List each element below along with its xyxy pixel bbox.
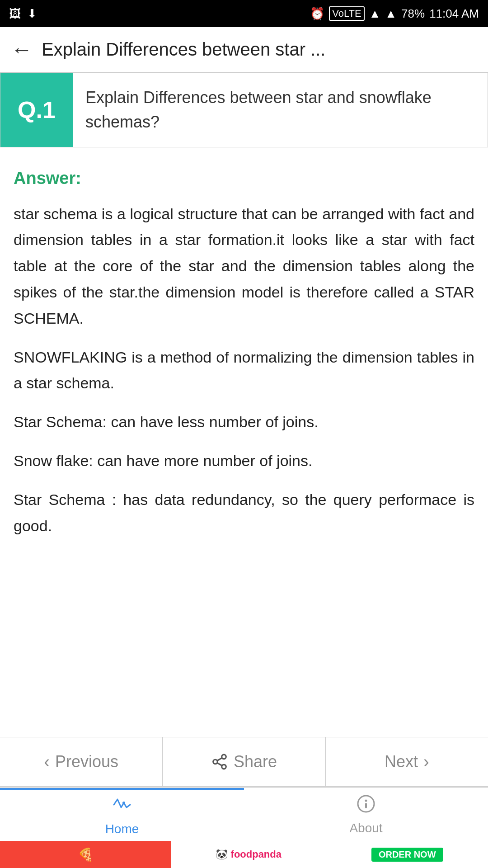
answer-para-2: SNOWFLAKING is a method of normalizing t… (14, 344, 474, 397)
next-arrow-icon: › (423, 752, 429, 772)
ad-brand: 🐼 foodpanda (216, 849, 282, 860)
prev-arrow-icon: ‹ (44, 752, 50, 772)
ad-close-icon: 🍕 (78, 847, 94, 862)
ad-content: 🍕 🐼 foodpanda ORDER NOW (0, 841, 488, 868)
status-icons: 🖼 ⬇ (9, 7, 37, 21)
tab-bar: Home About (0, 787, 488, 841)
navigation-bar: ‹ Previous Share Next › (0, 737, 488, 787)
status-bar: 🖼 ⬇ ⏰ VoLTE ▲ ▲ 78% 11:04 AM (0, 0, 488, 27)
about-tab-label: About (349, 821, 382, 835)
next-button[interactable]: Next › (326, 737, 488, 786)
svg-point-0 (222, 755, 226, 759)
content-area: Q.1 Explain Differences between star and… (0, 72, 488, 568)
alarm-icon: ⏰ (310, 7, 324, 21)
home-icon (112, 795, 132, 819)
previous-label: Previous (55, 752, 118, 771)
question-number: Q.1 (0, 73, 73, 147)
ad-cta[interactable]: ORDER NOW (371, 848, 443, 862)
app-bar: ← Explain Differences between star ... (0, 27, 488, 72)
share-label: Share (234, 752, 277, 771)
svg-point-5 (122, 802, 125, 804)
status-info: ⏰ VoLTE ▲ ▲ 78% 11:04 AM (310, 6, 479, 21)
svg-point-1 (213, 760, 218, 764)
about-icon (356, 794, 376, 818)
question-box: Q.1 Explain Differences between star and… (0, 72, 488, 147)
answer-para-3: Star Schema: can have less number of joi… (14, 409, 474, 435)
time-label: 11:04 AM (429, 7, 479, 21)
answer-label: Answer: (14, 164, 474, 193)
svg-point-2 (222, 764, 226, 769)
tab-about[interactable]: About (244, 788, 488, 841)
answer-section: Answer: star schema is a logical structu… (0, 147, 488, 568)
answer-para-1: star schema is a logical structure that … (14, 201, 474, 332)
next-label: Next (385, 752, 418, 771)
tab-home[interactable]: Home (0, 788, 244, 841)
share-button[interactable]: Share (163, 737, 325, 786)
volte-label: VoLTE (329, 6, 364, 21)
home-tab-label: Home (105, 822, 139, 836)
ad-image-area: 🍕 (0, 841, 171, 868)
photo-icon: 🖼 (9, 7, 21, 21)
svg-line-4 (217, 758, 222, 760)
answer-para-4: Snow flake: can have more number of join… (14, 448, 474, 474)
page-title: Explain Differences between star ... (42, 39, 325, 60)
ad-banner[interactable]: 🍕 🐼 foodpanda ORDER NOW (0, 841, 488, 868)
svg-point-7 (365, 799, 367, 802)
svg-line-3 (217, 763, 222, 765)
battery-label: 78% (401, 7, 425, 21)
question-text: Explain Differences between star and sno… (73, 73, 488, 147)
download-icon: ⬇ (27, 7, 37, 21)
signal-icon: ▲ (385, 7, 397, 21)
svg-rect-8 (365, 803, 367, 808)
previous-button[interactable]: ‹ Previous (0, 737, 163, 786)
answer-para-5: Star Schema : has data redundancy, so th… (14, 487, 474, 539)
wifi-icon: ▲ (369, 7, 381, 21)
back-button[interactable]: ← (11, 37, 33, 62)
share-icon (211, 753, 228, 770)
ad-text-area: 🐼 foodpanda ORDER NOW (171, 841, 488, 868)
